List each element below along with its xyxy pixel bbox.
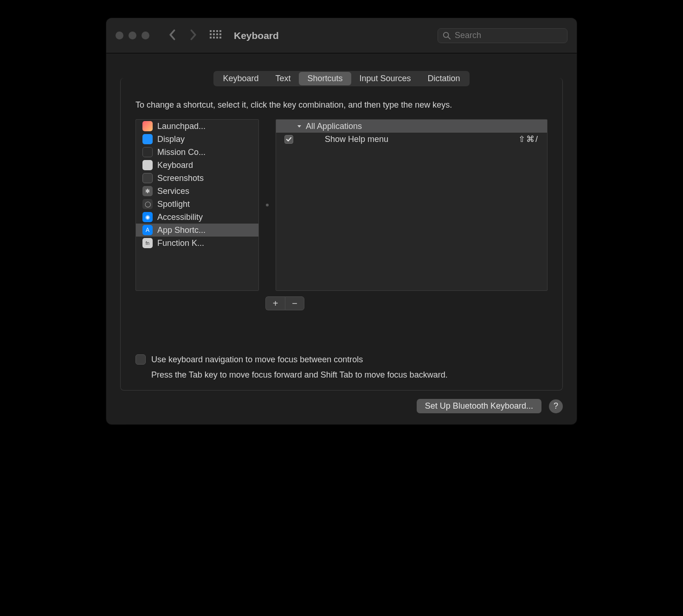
- category-screenshots[interactable]: Screenshots: [136, 172, 258, 185]
- footer: Set Up Bluetooth Keyboard... ?: [106, 391, 577, 424]
- remove-shortcut-button[interactable]: −: [285, 296, 304, 310]
- category-label: Keyboard: [157, 160, 193, 170]
- category-label: Launchpad...: [157, 122, 206, 131]
- category-accessibility[interactable]: ◉ Accessibility: [136, 211, 258, 224]
- shortcut-keys[interactable]: ⇧⌘/: [518, 134, 539, 144]
- category-label: Mission Co...: [157, 148, 206, 157]
- svg-rect-5: [213, 33, 215, 35]
- svg-rect-8: [210, 37, 212, 38]
- shortcut-group-row[interactable]: All Applications: [276, 120, 547, 133]
- shortcut-enabled-checkbox[interactable]: [284, 135, 293, 144]
- panels: Launchpad... Display Mission Co... Keybo…: [135, 119, 548, 291]
- minimize-window-button[interactable]: [129, 32, 136, 39]
- svg-line-13: [448, 37, 451, 39]
- shortcuts-group: To change a shortcut, select it, click t…: [120, 78, 563, 391]
- category-label: Function K...: [157, 238, 204, 248]
- display-icon: [142, 134, 153, 144]
- fn-icon: fn: [142, 238, 153, 248]
- svg-rect-7: [219, 33, 221, 35]
- nav-buttons: [169, 29, 197, 42]
- shortcut-group-label: All Applications: [306, 122, 362, 131]
- keyboard-preferences-window: Keyboard Search Keyboard Text Shortcuts …: [106, 18, 577, 424]
- help-button[interactable]: ?: [549, 399, 563, 413]
- window-title: Keyboard: [234, 30, 279, 41]
- category-app-shortcuts[interactable]: A App Shortc...: [136, 224, 258, 237]
- svg-rect-0: [210, 30, 212, 32]
- category-label: Services: [157, 186, 189, 196]
- category-keyboard[interactable]: Keyboard: [136, 159, 258, 172]
- category-list[interactable]: Launchpad... Display Mission Co... Keybo…: [135, 119, 259, 291]
- category-spotlight[interactable]: ◯ Spotlight: [136, 198, 258, 211]
- category-display[interactable]: Display: [136, 133, 258, 146]
- svg-rect-6: [216, 33, 218, 35]
- search-placeholder: Search: [455, 31, 481, 40]
- svg-point-12: [444, 32, 449, 37]
- category-function-keys[interactable]: fn Function K...: [136, 237, 258, 250]
- back-button[interactable]: [169, 29, 176, 42]
- keyboard-nav-description: Press the Tab key to move focus forward …: [151, 370, 548, 380]
- category-label: Display: [157, 135, 185, 144]
- category-mission-control[interactable]: Mission Co...: [136, 146, 258, 159]
- keyboard-nav-checkbox[interactable]: [135, 354, 146, 365]
- window-controls: [116, 32, 149, 39]
- disclosure-triangle-icon[interactable]: [296, 123, 302, 129]
- svg-rect-2: [216, 30, 218, 32]
- keyboard-icon: [142, 160, 153, 170]
- shortcut-list[interactable]: All Applications Show Help menu ⇧⌘/: [276, 119, 548, 291]
- forward-button[interactable]: [189, 29, 197, 42]
- search-icon: [443, 32, 451, 40]
- close-window-button[interactable]: [116, 32, 123, 39]
- svg-rect-9: [213, 37, 215, 38]
- launchpad-icon: [142, 121, 153, 131]
- app-shortcuts-icon: A: [142, 225, 153, 235]
- titlebar: Keyboard Search: [106, 18, 577, 53]
- accessibility-icon: ◉: [142, 212, 153, 222]
- spotlight-icon: ◯: [142, 199, 153, 209]
- keyboard-nav-label: Use keyboard navigation to move focus be…: [151, 355, 363, 365]
- svg-rect-11: [219, 37, 221, 38]
- svg-rect-3: [219, 30, 221, 32]
- svg-rect-10: [216, 37, 218, 38]
- resize-handle[interactable]: [265, 119, 269, 291]
- category-label: App Shortc...: [157, 225, 206, 235]
- add-shortcut-button[interactable]: +: [265, 296, 285, 310]
- mission-control-icon: [142, 147, 153, 157]
- show-all-icon[interactable]: [210, 30, 222, 41]
- category-services[interactable]: ✻ Services: [136, 185, 258, 198]
- category-launchpad[interactable]: Launchpad...: [136, 120, 258, 133]
- screenshots-icon: [142, 173, 153, 183]
- instruction-text: To change a shortcut, select it, click t…: [135, 100, 548, 110]
- setup-bluetooth-keyboard-button[interactable]: Set Up Bluetooth Keyboard...: [417, 399, 541, 413]
- category-label: Spotlight: [157, 199, 190, 209]
- shortcut-label: Show Help menu: [325, 135, 388, 144]
- search-field[interactable]: Search: [438, 28, 567, 43]
- svg-rect-4: [210, 33, 212, 35]
- add-remove-controls: + −: [265, 296, 548, 310]
- category-label: Screenshots: [157, 173, 204, 183]
- shortcut-item-row[interactable]: Show Help menu ⇧⌘/: [276, 133, 547, 146]
- keyboard-nav-row: Use keyboard navigation to move focus be…: [135, 354, 548, 365]
- services-icon: ✻: [142, 186, 153, 196]
- zoom-window-button[interactable]: [142, 32, 149, 39]
- svg-rect-1: [213, 30, 215, 32]
- category-label: Accessibility: [157, 212, 203, 222]
